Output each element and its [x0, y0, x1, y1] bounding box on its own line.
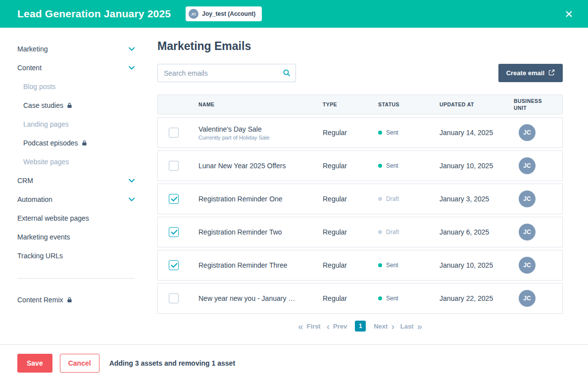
business-unit-avatar: JC: [519, 124, 536, 141]
email-subtext: Currently part of Holiday Sale: [198, 135, 318, 141]
search-icon: [283, 69, 291, 79]
table-row: New year new you - January … Regular Sen…: [157, 283, 563, 314]
status-dot-icon: [378, 230, 382, 234]
account-avatar: JC: [189, 9, 198, 19]
row-checkbox[interactable]: [169, 128, 179, 138]
double-chevron-left-icon: «: [298, 322, 303, 331]
status-label: Sent: [386, 129, 398, 136]
sidebar-item[interactable]: Marketing: [17, 40, 135, 58]
email-name: Registration Reminder One: [198, 195, 318, 203]
account-badge[interactable]: JC Joy_test (Account): [186, 6, 262, 21]
sidebar-item-label: Blog posts: [23, 83, 55, 91]
sidebar-item[interactable]: External website pages: [17, 209, 135, 228]
sidebar-item[interactable]: Marketing events: [17, 228, 135, 246]
business-unit-avatar: JC: [519, 290, 536, 307]
sidebar: Marketing Content: [0, 28, 144, 344]
email-status: Sent: [378, 262, 440, 269]
sidebar-item-content-remix[interactable]: Content Remix: [17, 290, 135, 309]
sidebar-item[interactable]: Podcast episodes: [17, 134, 135, 152]
email-updated-at: January 3, 2025: [440, 195, 514, 203]
email-status: Sent: [378, 295, 440, 302]
lock-icon: [67, 297, 72, 303]
business-unit-avatar: JC: [519, 224, 536, 240]
business-unit-avatar: JC: [519, 257, 536, 274]
sidebar-item-label: Website pages: [23, 158, 69, 166]
column-header-business-unit: BUSINESS UNIT: [514, 97, 562, 111]
email-name: Registration Reminder Two: [198, 228, 318, 236]
create-email-button[interactable]: Create email: [498, 64, 563, 82]
section-title: Marketing Emails: [157, 40, 563, 53]
status-dot-icon: [378, 197, 382, 201]
cancel-button[interactable]: Cancel: [60, 354, 99, 373]
email-name: Registration Reminder Three: [198, 261, 318, 269]
business-unit-avatar: JC: [519, 190, 536, 207]
status-dot-icon: [378, 164, 382, 168]
save-button[interactable]: Save: [17, 354, 52, 373]
double-chevron-right-icon: »: [417, 322, 422, 331]
status-dot-icon: [378, 296, 382, 300]
emails-table: NAME TYPE STATUS UPDATED AT BUSINESS UNI…: [157, 95, 563, 314]
sidebar-item-label: CRM: [17, 177, 33, 185]
column-header-updated-at: UPDATED AT: [440, 101, 514, 107]
header: Lead Generation January 2025 JC Joy_test…: [0, 0, 588, 28]
main-panel: Marketing Emails Create email: [144, 28, 588, 344]
row-checkbox[interactable]: [169, 293, 179, 303]
business-unit-avatar: JC: [519, 157, 536, 174]
email-status: Sent: [378, 162, 440, 169]
search-input[interactable]: [157, 64, 296, 82]
row-checkbox[interactable]: [169, 227, 179, 237]
pagination-next[interactable]: Next ›: [374, 322, 394, 331]
chevron-left-icon: ‹: [327, 322, 330, 331]
status-label: Sent: [386, 162, 398, 169]
email-status: Sent: [378, 129, 440, 136]
email-type: Regular: [323, 294, 378, 302]
chevron-down-icon[interactable]: [129, 47, 135, 51]
chevron-down-icon[interactable]: [129, 179, 135, 183]
app-window: Lead Generation January 2025 JC Joy_test…: [0, 0, 588, 381]
row-checkbox[interactable]: [169, 161, 179, 171]
status-label: Draft: [386, 195, 399, 202]
pagination: « First ‹ Prev 1 Next › Last »: [157, 321, 563, 332]
status-label: Sent: [386, 262, 398, 269]
account-label: Joy_test (Account): [202, 10, 255, 17]
sidebar-item[interactable]: Automation: [17, 190, 135, 209]
table-row: Registration Reminder One Regular Draft …: [157, 184, 563, 214]
email-type: Regular: [323, 162, 378, 170]
pagination-first[interactable]: « First: [298, 322, 321, 331]
content-area: Marketing Content: [0, 28, 588, 344]
sidebar-item[interactable]: CRM: [17, 171, 135, 190]
sidebar-item[interactable]: Case studies: [17, 96, 135, 115]
status-label: Sent: [386, 295, 398, 302]
page-title: Lead Generation January 2025: [17, 8, 171, 20]
column-header-name: NAME: [190, 101, 323, 107]
column-header-status: STATUS: [378, 101, 440, 107]
sidebar-item-label: Automation: [17, 195, 52, 203]
status-dot-icon: [378, 131, 382, 135]
sidebar-item[interactable]: Content: [17, 58, 135, 77]
email-updated-at: January 14, 2025: [440, 129, 514, 137]
sidebar-item-label: Content Remix: [17, 296, 63, 304]
create-email-label: Create email: [506, 69, 544, 77]
close-icon[interactable]: ✕: [562, 7, 575, 21]
sidebar-item[interactable]: Tracking URLs: [17, 246, 135, 265]
sidebar-item: Landing pages: [17, 115, 135, 134]
pagination-prev[interactable]: ‹ Prev: [327, 322, 347, 331]
sidebar-item-label: Landing pages: [23, 120, 69, 128]
email-type: Regular: [323, 261, 378, 269]
row-checkbox[interactable]: [169, 194, 179, 204]
status-label: Draft: [386, 229, 399, 236]
action-bar: Save Cancel Adding 3 assets and removing…: [0, 344, 588, 381]
table-row: Lunar New Year 2025 Offers Regular Sent …: [157, 150, 563, 181]
pagination-current-page: 1: [355, 321, 366, 332]
chevron-down-icon[interactable]: [129, 197, 135, 201]
lock-icon: [67, 102, 72, 108]
sidebar-list: Marketing Content: [17, 40, 135, 265]
pagination-last[interactable]: Last »: [400, 322, 422, 331]
sidebar-item-label: Content: [17, 64, 42, 72]
email-name: Valentine's Day Sale: [198, 125, 318, 133]
email-status: Draft: [378, 229, 440, 236]
chevron-down-icon[interactable]: [129, 66, 135, 70]
row-checkbox[interactable]: [169, 260, 179, 270]
email-type: Regular: [323, 129, 378, 137]
status-dot-icon: [378, 263, 382, 267]
